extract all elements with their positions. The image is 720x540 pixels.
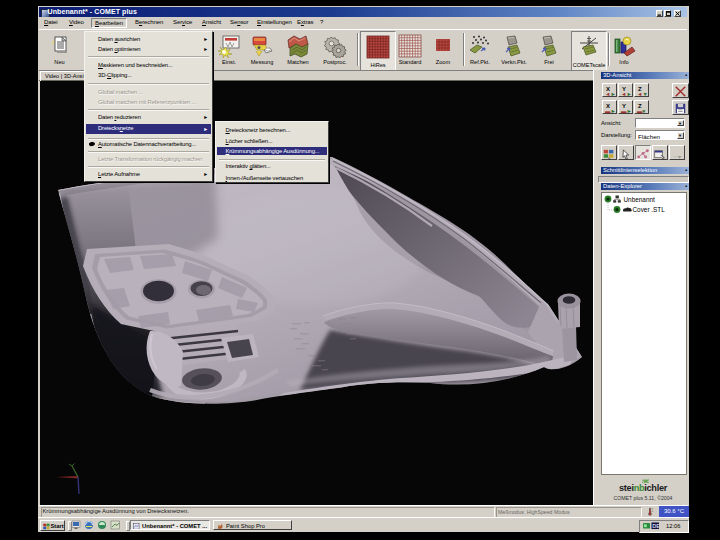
svg-text:►: ► — [610, 91, 615, 97]
svg-text:DE: DE — [652, 523, 660, 529]
svg-text:▾: ▾ — [641, 108, 645, 114]
svg-text:COMET plus 5.11, ©2004: COMET plus 5.11, ©2004 — [614, 495, 673, 501]
svg-text:steinbichler: steinbichler — [619, 483, 668, 493]
svg-text:Unbenannt: Unbenannt — [623, 196, 654, 203]
svg-text:◄: ◄ — [605, 91, 610, 97]
svg-text:▼: ▼ — [642, 91, 647, 97]
svg-text:►: ► — [610, 108, 615, 114]
svg-text:Cover .STL: Cover .STL — [632, 206, 665, 213]
svg-text:◄: ◄ — [621, 91, 626, 97]
svg-text:...: ... — [673, 151, 678, 158]
svg-text:►: ► — [626, 108, 631, 114]
svg-text:◄: ◄ — [637, 91, 642, 97]
svg-text:►: ► — [626, 91, 631, 97]
